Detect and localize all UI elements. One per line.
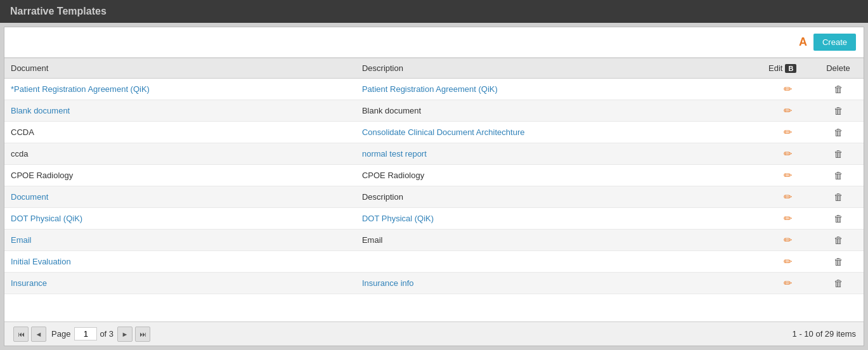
table-row: CPOE RadiologyCPOE Radiology✏🗑 (4, 165, 864, 186)
edit-icon[interactable]: ✏ (784, 212, 792, 224)
table-cell-document: ccda (4, 143, 356, 165)
table-cell-edit: ✏ (762, 230, 813, 251)
table-cell-edit: ✏ (762, 79, 813, 100)
table-cell-delete: 🗑 (813, 100, 864, 122)
table-body: *Patient Registration Agreement (QiK)Pat… (4, 79, 864, 294)
table-cell-document[interactable]: DOT Physical (QiK) (4, 208, 356, 230)
description-link[interactable]: normal test report (362, 149, 427, 159)
description-link[interactable]: Insurance info (362, 278, 414, 288)
table-cell-edit: ✏ (762, 122, 813, 143)
table-cell-delete: 🗑 (813, 251, 864, 273)
table-cell-document[interactable]: Email (4, 230, 356, 251)
table-row: *Patient Registration Agreement (QiK)Pat… (4, 79, 864, 100)
description-link[interactable]: DOT Physical (QiK) (362, 214, 434, 223)
table-cell-delete: 🗑 (813, 79, 864, 100)
col-header-edit: Edit B (762, 58, 813, 79)
inner-container: A Create Document Description Ed (4, 27, 864, 346)
table-cell-description: Blank document (356, 100, 762, 122)
delete-icon[interactable]: 🗑 (834, 84, 843, 94)
table-cell-description: Email (356, 230, 762, 251)
document-link[interactable]: *Patient Registration Agreement (QiK) (11, 84, 150, 94)
last-page-button[interactable]: ⏭ (135, 327, 150, 342)
table-cell-document[interactable]: Blank document (4, 100, 356, 122)
col-header-delete: Delete (813, 58, 864, 79)
edit-icon[interactable]: ✏ (784, 126, 792, 138)
main-container: A Create Document Description Ed (0, 23, 868, 350)
delete-icon[interactable]: 🗑 (834, 105, 843, 116)
table-wrapper: Document Description Edit B Dele (4, 58, 864, 321)
table-row: CCDAConsolidate Clinical Document Archit… (4, 122, 864, 143)
table-header-row: Document Description Edit B Dele (4, 58, 864, 79)
edit-icon[interactable]: ✏ (784, 169, 792, 181)
create-button[interactable]: Create (813, 34, 856, 51)
delete-icon[interactable]: 🗑 (834, 278, 843, 288)
narrative-templates-table: Document Description Edit B Dele (4, 58, 864, 294)
table-cell-description[interactable]: Insurance info (356, 273, 762, 294)
delete-icon[interactable]: 🗑 (834, 256, 843, 267)
table-cell-edit: ✏ (762, 165, 813, 186)
edit-icon[interactable]: ✏ (784, 277, 792, 289)
table-row: Initial Evaluation✏🗑 (4, 251, 864, 273)
description-link[interactable]: Patient Registration Agreement (QiK) (362, 84, 498, 94)
document-link[interactable]: Insurance (11, 278, 47, 288)
table-cell-description[interactable]: normal test report (356, 143, 762, 165)
pagination-summary: 1 - 10 of 29 items (793, 329, 856, 339)
edit-b-badge: B (785, 64, 796, 73)
document-link[interactable]: Email (11, 235, 32, 245)
table-cell-edit: ✏ (762, 208, 813, 230)
delete-icon[interactable]: 🗑 (834, 127, 843, 138)
table-cell-delete: 🗑 (813, 165, 864, 186)
table-cell-edit: ✏ (762, 143, 813, 165)
table-cell-document[interactable]: Document (4, 186, 356, 208)
table-cell-delete: 🗑 (813, 208, 864, 230)
table-cell-edit: ✏ (762, 251, 813, 273)
table-cell-delete: 🗑 (813, 230, 864, 251)
table-cell-description: Description (356, 186, 762, 208)
document-link[interactable]: Initial Evaluation (11, 257, 71, 266)
table-cell-edit: ✏ (762, 273, 813, 294)
pagination: ⏮ ◄ Page of 3 ► ⏭ 1 - 10 of 29 items (4, 321, 864, 346)
edit-icon[interactable]: ✏ (784, 83, 792, 95)
table-row: DocumentDescription✏🗑 (4, 186, 864, 208)
table-cell-delete: 🗑 (813, 122, 864, 143)
delete-icon[interactable]: 🗑 (834, 170, 843, 181)
table-cell-delete: 🗑 (813, 143, 864, 165)
edit-icon[interactable]: ✏ (784, 148, 792, 160)
edit-icon[interactable]: ✏ (784, 191, 792, 203)
first-page-button[interactable]: ⏮ (13, 327, 29, 342)
table-cell-edit: ✏ (762, 186, 813, 208)
table-cell-description[interactable]: DOT Physical (QiK) (356, 208, 762, 230)
table-row: Blank documentBlank document✏🗑 (4, 100, 864, 122)
table-cell-edit: ✏ (762, 100, 813, 122)
table-cell-document[interactable]: *Patient Registration Agreement (QiK) (4, 79, 356, 100)
table-cell-description: CPOE Radiology (356, 165, 762, 186)
document-link[interactable]: Blank document (11, 106, 70, 115)
next-page-button[interactable]: ► (117, 327, 133, 342)
table-row: ccdanormal test report✏🗑 (4, 143, 864, 165)
title-bar: Narrative Templates (0, 0, 868, 23)
table-row: EmailEmail✏🗑 (4, 230, 864, 251)
table-cell-description[interactable]: Patient Registration Agreement (QiK) (356, 79, 762, 100)
document-link[interactable]: Document (11, 192, 48, 202)
table-row: InsuranceInsurance info✏🗑 (4, 273, 864, 294)
document-link[interactable]: DOT Physical (QiK) (11, 214, 82, 223)
table-cell-document[interactable]: Initial Evaluation (4, 251, 356, 273)
of-pages: of 3 (100, 329, 113, 339)
prev-page-button[interactable]: ◄ (31, 327, 46, 342)
table-cell-document[interactable]: Insurance (4, 273, 356, 294)
edit-icon[interactable]: ✏ (784, 256, 792, 268)
description-link[interactable]: Consolidate Clinical Document Architecht… (362, 127, 525, 137)
delete-icon[interactable]: 🗑 (834, 213, 843, 224)
page-label: Page (51, 329, 70, 339)
col-header-document: Document (4, 58, 356, 79)
delete-icon[interactable]: 🗑 (834, 235, 843, 245)
edit-icon[interactable]: ✏ (784, 234, 792, 246)
col-header-description: Description (356, 58, 762, 79)
delete-icon[interactable]: 🗑 (834, 191, 843, 202)
table-cell-description[interactable]: Consolidate Clinical Document Architecht… (356, 122, 762, 143)
delete-icon[interactable]: 🗑 (834, 148, 843, 159)
page-input[interactable] (74, 327, 97, 340)
edit-icon[interactable]: ✏ (784, 105, 792, 117)
toolbar: A Create (4, 27, 864, 58)
table-cell-delete: 🗑 (813, 186, 864, 208)
